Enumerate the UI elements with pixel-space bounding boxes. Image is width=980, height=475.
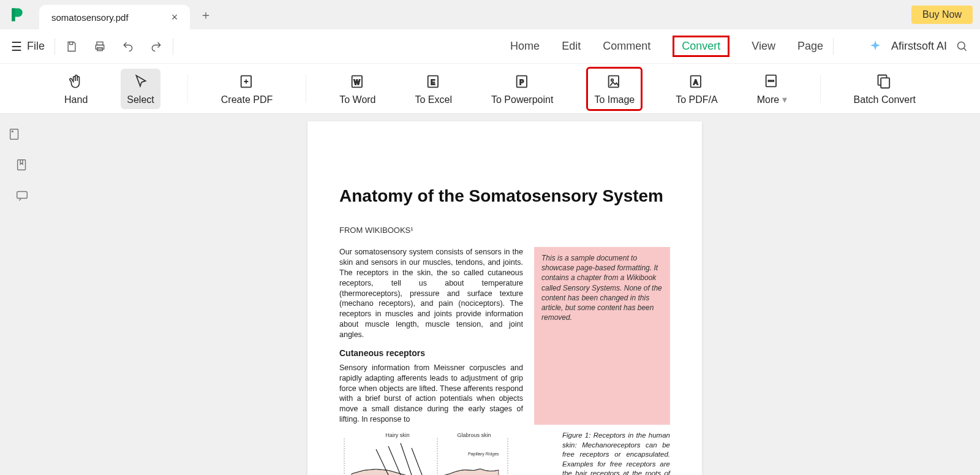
tab-edit[interactable]: Edit bbox=[562, 40, 581, 53]
tool-to-excel-label: To Excel bbox=[415, 94, 452, 105]
tool-to-image[interactable]: To Image bbox=[586, 67, 643, 111]
print-icon[interactable] bbox=[93, 40, 107, 53]
excel-icon: E bbox=[424, 72, 443, 91]
close-tab-icon[interactable]: × bbox=[172, 11, 178, 24]
tool-hand-label: Hand bbox=[64, 94, 88, 105]
chevron-down-icon: ▾ bbox=[782, 94, 787, 105]
svg-rect-1 bbox=[97, 42, 103, 45]
new-tab-icon[interactable]: ＋ bbox=[200, 7, 212, 23]
svg-rect-22 bbox=[10, 129, 18, 140]
hand-icon bbox=[67, 72, 85, 91]
tab-convert[interactable]: Convert bbox=[673, 36, 729, 57]
tool-to-image-label: To Image bbox=[594, 94, 635, 105]
ai-label[interactable]: Afirstsoft AI bbox=[891, 40, 947, 53]
paragraph-cutaneous: Sensory information from Meissner corpus… bbox=[339, 363, 523, 425]
tab-title: somatosensory.pdf bbox=[51, 12, 129, 23]
svg-point-19 bbox=[772, 80, 774, 82]
undo-icon[interactable] bbox=[121, 40, 135, 53]
tool-batch-convert-label: Batch Convert bbox=[854, 94, 916, 105]
hamburger-icon[interactable]: ☰ bbox=[11, 39, 22, 54]
tool-more-label: More ▾ bbox=[757, 94, 787, 105]
separator bbox=[55, 38, 55, 55]
search-icon[interactable] bbox=[956, 40, 969, 53]
thumbnail-panel-icon[interactable] bbox=[8, 127, 21, 141]
section-heading: Cutaneous receptors bbox=[339, 348, 523, 359]
separator bbox=[306, 75, 306, 103]
separator bbox=[833, 38, 834, 55]
svg-point-17 bbox=[768, 80, 769, 82]
redo-icon[interactable] bbox=[149, 40, 163, 53]
svg-point-23 bbox=[12, 131, 13, 132]
document-tab[interactable]: somatosensory.pdf × bbox=[39, 5, 190, 29]
figure-skin-diagram: Hairy skin Glabrous skin Papillary Ridge… bbox=[339, 431, 551, 475]
ppt-icon: P bbox=[513, 72, 532, 91]
separator bbox=[820, 75, 821, 103]
svg-line-37 bbox=[401, 443, 412, 475]
svg-text:A: A bbox=[694, 78, 698, 85]
svg-point-18 bbox=[771, 80, 772, 82]
tool-hand[interactable]: Hand bbox=[58, 69, 94, 109]
pdfa-icon: A bbox=[687, 72, 706, 91]
tab-page[interactable]: Page bbox=[797, 40, 823, 53]
word-icon: W bbox=[349, 72, 367, 91]
fig-label-hairy: Hairy skin bbox=[385, 432, 410, 438]
bookmark-panel-icon[interactable] bbox=[15, 158, 29, 172]
image-icon bbox=[605, 72, 624, 91]
tab-home[interactable]: Home bbox=[510, 40, 540, 53]
figure-caption: Figure 1: Receptors in the human skin: M… bbox=[562, 431, 670, 475]
app-logo bbox=[7, 5, 27, 25]
side-note: This is a sample document to showcase pa… bbox=[534, 247, 670, 425]
separator bbox=[173, 38, 173, 55]
document-source: FROM WIKIBOOKS¹ bbox=[339, 226, 670, 235]
file-menu[interactable]: File bbox=[27, 40, 45, 53]
tool-to-word-label: To Word bbox=[339, 94, 375, 105]
document-canvas[interactable]: Anatomy of the Somatosensory System FROM… bbox=[29, 114, 980, 475]
tab-view[interactable]: View bbox=[752, 40, 775, 53]
save-icon[interactable] bbox=[65, 40, 78, 53]
cursor-icon bbox=[132, 72, 150, 91]
svg-text:P: P bbox=[519, 78, 524, 85]
svg-point-4 bbox=[958, 42, 965, 49]
tool-select-label: Select bbox=[127, 94, 154, 105]
svg-text:E: E bbox=[431, 78, 435, 85]
create-pdf-icon bbox=[238, 72, 256, 91]
sparkle-icon bbox=[868, 39, 883, 54]
comment-panel-icon[interactable] bbox=[15, 189, 29, 202]
tool-select[interactable]: Select bbox=[121, 69, 160, 109]
buy-now-button[interactable]: Buy Now bbox=[911, 6, 973, 24]
tool-create-pdf[interactable]: Create PDF bbox=[215, 69, 279, 109]
tool-to-pdfa-label: To PDF/A bbox=[676, 94, 717, 105]
tool-to-powerpoint-label: To Powerpoint bbox=[491, 94, 553, 105]
svg-line-38 bbox=[412, 448, 422, 475]
svg-rect-25 bbox=[17, 192, 28, 199]
pdf-page: Anatomy of the Somatosensory System FROM… bbox=[307, 121, 702, 475]
svg-text:W: W bbox=[354, 78, 360, 85]
tool-to-pdfa[interactable]: A To PDF/A bbox=[669, 69, 723, 109]
paragraph-intro: Our somatosensory system consists of sen… bbox=[339, 247, 523, 340]
fig-label-glabrous: Glabrous skin bbox=[457, 432, 491, 438]
fig-label-papillary: Papillary Ridges bbox=[468, 452, 499, 457]
tool-to-word[interactable]: W To Word bbox=[333, 69, 382, 109]
separator bbox=[187, 75, 188, 103]
tool-batch-convert[interactable]: Batch Convert bbox=[848, 69, 922, 109]
svg-rect-24 bbox=[18, 160, 26, 170]
more-icon bbox=[763, 72, 781, 90]
svg-point-13 bbox=[611, 78, 614, 81]
tool-to-excel[interactable]: E To Excel bbox=[409, 69, 458, 109]
tool-create-pdf-label: Create PDF bbox=[221, 94, 273, 105]
tool-to-powerpoint[interactable]: P To Powerpoint bbox=[485, 69, 559, 109]
svg-rect-0 bbox=[12, 9, 15, 21]
batch-icon bbox=[875, 72, 894, 91]
tool-more[interactable]: More ▾ bbox=[751, 68, 793, 109]
document-title: Anatomy of the Somatosensory System bbox=[339, 186, 670, 206]
tab-comment[interactable]: Comment bbox=[603, 40, 650, 53]
svg-rect-21 bbox=[881, 78, 889, 88]
